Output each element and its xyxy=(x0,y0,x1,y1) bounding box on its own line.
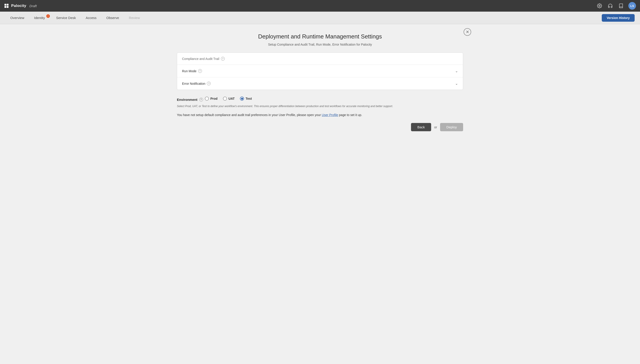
sidebar-item-identity[interactable]: Identity ! xyxy=(29,12,51,24)
compliance-label: Compliance and Audit Trail ? xyxy=(182,57,225,60)
svg-point-4 xyxy=(599,5,600,6)
navbar-item-label: Identity xyxy=(34,16,45,20)
sidebar-item-service-desk[interactable]: Service Desk xyxy=(51,12,81,24)
close-button[interactable]: ✕ xyxy=(464,28,471,36)
environment-label: Environment ? Prod UAT Test xyxy=(177,96,463,102)
navbar-item-label: Observe xyxy=(106,16,119,20)
sidebar-item-access[interactable]: Access xyxy=(81,12,101,24)
sidebar-item-observe[interactable]: Observe xyxy=(102,12,124,24)
settings-icon[interactable] xyxy=(596,2,603,9)
navbar-item-label: Access xyxy=(86,16,96,20)
environment-label-text: Environment xyxy=(177,98,198,102)
compliance-help-icon[interactable]: ? xyxy=(221,57,225,60)
error-notification-label: Error Notification ? xyxy=(182,82,211,86)
environment-help-icon[interactable]: ? xyxy=(199,98,203,102)
sidebar-item-review: Review xyxy=(124,12,145,24)
warning-text-after: page to set it up. xyxy=(338,113,362,117)
radio-circle-prod xyxy=(205,96,209,100)
deploy-button[interactable]: Deploy xyxy=(440,123,463,131)
radio-circle-test xyxy=(240,96,244,100)
environment-radio-group: Prod UAT Test xyxy=(205,96,252,100)
warning-message: You have not setup default compliance an… xyxy=(177,113,463,117)
compliance-section: Compliance and Audit Trail ? xyxy=(177,53,463,65)
footer-actions: Back or Deploy xyxy=(177,123,463,131)
svg-rect-0 xyxy=(4,4,6,6)
navbar-items: Overview Identity ! Service Desk Access … xyxy=(5,12,602,24)
book-icon[interactable] xyxy=(618,2,624,9)
radio-circle-uat xyxy=(223,96,227,100)
run-mode-chevron-icon[interactable]: ⌄ xyxy=(455,69,458,73)
navbar: Overview Identity ! Service Desk Access … xyxy=(0,12,640,24)
run-mode-section[interactable]: Run Mode ? ⌄ xyxy=(177,65,463,77)
run-mode-label-text: Run Mode xyxy=(182,69,196,73)
radio-label-uat: UAT xyxy=(228,97,235,100)
topbar: Palocity Draft LS xyxy=(0,0,640,12)
error-notification-label-text: Error Notification xyxy=(182,82,205,86)
run-mode-label: Run Mode ? xyxy=(182,69,202,73)
draft-label: Draft xyxy=(30,4,37,8)
identity-badge: ! xyxy=(46,14,50,18)
radio-label-prod: Prod xyxy=(210,97,218,100)
radio-option-prod[interactable]: Prod xyxy=(205,96,218,100)
warning-text-before: You have not setup default compliance an… xyxy=(177,113,322,117)
radio-option-uat[interactable]: UAT xyxy=(223,96,235,100)
navbar-item-label: Overview xyxy=(10,16,24,20)
logo-icon xyxy=(4,3,9,8)
topbar-icons: LS xyxy=(596,2,636,10)
svg-rect-2 xyxy=(4,6,6,8)
version-history-button[interactable]: Version History xyxy=(602,14,635,22)
main-content: ✕ Deployment and Runtime Management Sett… xyxy=(164,24,476,140)
svg-rect-3 xyxy=(7,6,8,8)
compliance-label-text: Compliance and Audit Trail xyxy=(182,57,219,60)
radio-option-test[interactable]: Test xyxy=(240,96,252,100)
radio-label-test: Test xyxy=(246,97,252,100)
navbar-item-label: Service Desk xyxy=(56,16,76,20)
navbar-item-label: Review xyxy=(129,16,140,20)
svg-rect-1 xyxy=(7,4,8,6)
user-profile-link[interactable]: User Profile xyxy=(322,113,338,117)
environment-hint: Select Prod, UAT, or Test to define your… xyxy=(177,105,463,108)
sidebar-item-overview[interactable]: Overview xyxy=(5,12,29,24)
or-label: or xyxy=(434,126,437,129)
back-button[interactable]: Back xyxy=(411,123,431,131)
error-notification-chevron-icon[interactable]: ⌄ xyxy=(455,82,458,86)
page-subtitle: Setup Compliance and Audit Trail, Run Mo… xyxy=(177,43,463,46)
environment-section: Environment ? Prod UAT Test Select Prod,… xyxy=(177,96,463,108)
error-notification-help-icon[interactable]: ? xyxy=(207,82,211,86)
settings-card: Compliance and Audit Trail ? Run Mode ? … xyxy=(177,52,463,90)
page-title: Deployment and Runtime Management Settin… xyxy=(177,33,463,40)
logo-text: Palocity xyxy=(11,4,26,8)
run-mode-help-icon[interactable]: ? xyxy=(198,69,202,73)
avatar[interactable]: LS xyxy=(628,2,636,10)
error-notification-section[interactable]: Error Notification ? ⌄ xyxy=(177,77,463,90)
headset-icon[interactable] xyxy=(607,2,614,9)
